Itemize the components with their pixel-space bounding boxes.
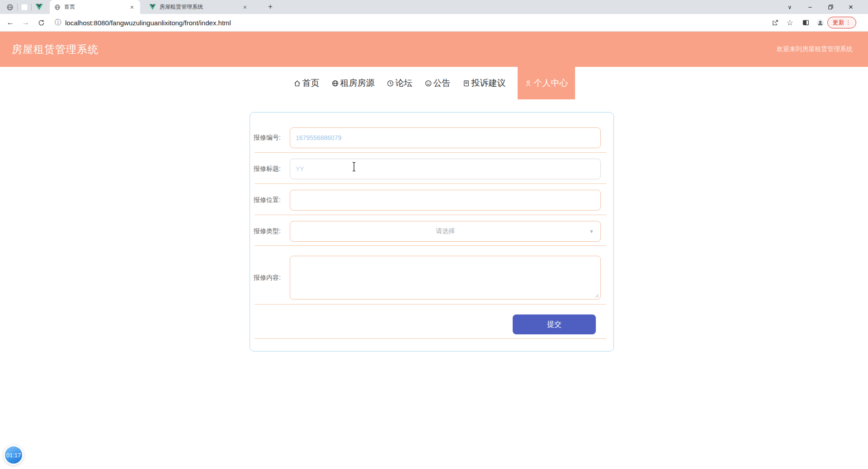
submit-button[interactable]: 提交 — [513, 314, 596, 334]
nav-item-complaints[interactable]: 投诉建议 — [462, 77, 506, 89]
globe-pinned-tab[interactable] — [6, 4, 14, 11]
repair-content-label: 报修内容: — [253, 256, 281, 300]
nav-item-forum[interactable]: 论坛 — [387, 77, 413, 89]
recording-time: 01:17 — [6, 452, 21, 459]
window-minimize-icon[interactable]: − — [802, 0, 818, 14]
row-divider — [255, 215, 606, 215]
refresh-icon[interactable] — [35, 14, 47, 31]
repair-title-label: 报修标题: — [253, 159, 281, 179]
tab-close-icon[interactable]: × — [241, 4, 249, 11]
window-close-icon[interactable]: × — [843, 0, 859, 14]
profile-avatar[interactable] — [814, 14, 826, 31]
repair-location-label: 报修位置: — [253, 190, 281, 211]
nav-label: 投诉建议 — [472, 77, 506, 89]
globe-icon — [6, 4, 14, 11]
repair-form-card: 报修编号: 报修标题: 报修位置: 报修类型: 请选择 ▼ 报修内容: 提交 — [250, 112, 614, 352]
app-title: 房屋租赁管理系统 — [12, 32, 99, 67]
nav-item-personal-center[interactable]: 个人中心 — [518, 67, 575, 99]
welcome-text: 欢迎来到房屋租赁管理系统 — [777, 32, 853, 67]
nav-item-announcements[interactable]: 公告 — [425, 77, 451, 89]
repair-title-input[interactable] — [290, 159, 601, 179]
pinned-tabs — [6, 0, 43, 14]
share-icon[interactable] — [769, 14, 781, 31]
browser-menu-dots-icon: ⋮ — [846, 19, 851, 26]
home-icon — [293, 80, 301, 87]
browser-toolbar: ← → ⓘ localhost:8080/fangwuzulinguanlixi… — [0, 14, 868, 32]
repair-location-input[interactable] — [290, 190, 601, 211]
window-restore-icon[interactable] — [823, 0, 838, 14]
globe-favicon-icon — [54, 4, 61, 10]
tab-close-icon[interactable]: × — [128, 4, 136, 11]
vue-favicon-icon — [149, 4, 156, 10]
row-divider — [255, 338, 606, 339]
new-tab-button[interactable]: + — [264, 1, 276, 13]
side-panel-icon[interactable] — [799, 14, 812, 31]
browser-tab-strip: 首页 × 房屋租赁管理系统 × + ∨ − × — [0, 0, 868, 14]
person-icon — [524, 80, 532, 87]
nav-label: 个人中心 — [534, 77, 568, 89]
row-divider — [255, 152, 606, 153]
smiley-icon — [425, 80, 432, 87]
nav-label: 论坛 — [396, 77, 413, 89]
nav-label: 首页 — [302, 77, 320, 89]
pinned-tab-separator — [31, 4, 32, 11]
nav-item-home[interactable]: 首页 — [293, 77, 320, 89]
tab-title: 首页 — [64, 3, 125, 11]
repair-number-label: 报修编号: — [253, 127, 281, 148]
bookmark-star-icon[interactable]: ☆ — [783, 14, 796, 31]
address-bar[interactable]: localhost:8080/fangwuzulinguanlixitong/f… — [65, 14, 231, 31]
chevron-down-icon: ▼ — [589, 229, 594, 234]
nav-label: 租房房源 — [340, 77, 375, 89]
update-label: 更新 — [833, 19, 844, 27]
back-icon[interactable]: ← — [5, 14, 16, 31]
site-info-icon[interactable]: ⓘ — [52, 14, 63, 31]
tab-title: 房屋租赁管理系统 — [160, 3, 238, 11]
forward-icon[interactable]: → — [20, 14, 32, 31]
resize-grip-icon[interactable] — [594, 293, 599, 298]
tab-home[interactable]: 首页 × — [50, 0, 140, 14]
window-menu-chevron-icon[interactable]: ∨ — [782, 0, 797, 14]
repair-number-input[interactable] — [290, 127, 601, 148]
row-divider — [255, 183, 606, 184]
repair-type-select[interactable]: 请选择 ▼ — [290, 221, 601, 242]
chrome-update-button[interactable]: 更新 ⋮ — [827, 17, 856, 28]
nav-label: 公告 — [434, 77, 451, 89]
blank-pinned-tab[interactable] — [21, 4, 28, 10]
pinned-tab-separator — [17, 4, 18, 11]
app-header: 房屋租赁管理系统 欢迎来到房屋租赁管理系统 — [0, 32, 868, 67]
document-icon — [462, 80, 470, 87]
repair-type-label: 报修类型: — [253, 221, 281, 242]
tab-rental-system[interactable]: 房屋租赁管理系统 × — [145, 0, 253, 14]
clock-icon — [387, 80, 394, 87]
vue-logo-icon — [35, 4, 43, 10]
row-divider — [255, 245, 606, 246]
nav-item-rentals[interactable]: 租房房源 — [331, 77, 375, 89]
text-cursor-icon — [351, 161, 357, 172]
repair-content-textarea[interactable] — [290, 256, 601, 300]
row-divider — [255, 304, 606, 305]
globe-icon — [331, 80, 339, 87]
main-nav: 首页 租房房源 论坛 公告 投诉建议 个人中心 — [0, 67, 868, 99]
recording-timer-bubble[interactable]: 01:17 — [4, 445, 24, 465]
select-placeholder: 请选择 — [436, 227, 455, 235]
vue-pinned-tab[interactable] — [35, 4, 43, 10]
